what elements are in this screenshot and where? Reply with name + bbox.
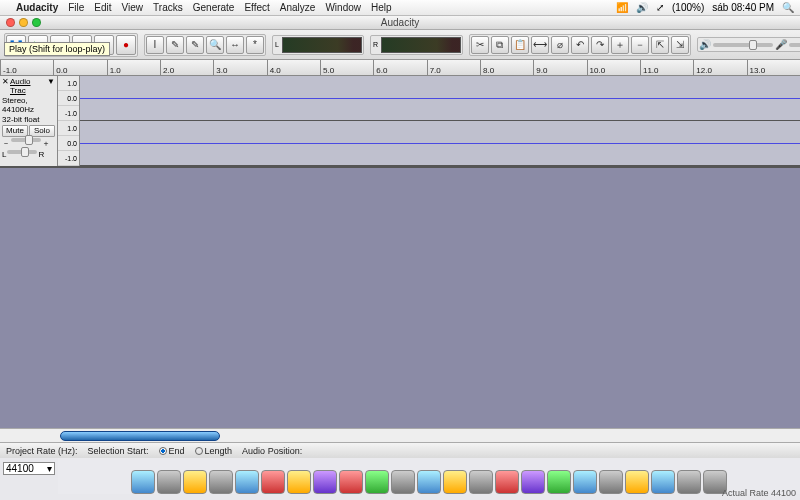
audio-position-label: Audio Position: bbox=[242, 446, 302, 456]
dock-app-icon[interactable] bbox=[521, 470, 545, 494]
mac-menubar: Audacity File Edit View Tracks Generate … bbox=[0, 0, 800, 16]
fit-selection-button[interactable]: ⇱ bbox=[651, 36, 669, 54]
dock-app-icon[interactable] bbox=[313, 470, 337, 494]
empty-tracks-area[interactable] bbox=[0, 168, 800, 428]
menu-generate[interactable]: Generate bbox=[193, 2, 235, 13]
copy-button[interactable]: ⧉ bbox=[491, 36, 509, 54]
length-radio[interactable]: Length bbox=[195, 446, 233, 456]
output-volume-slider[interactable] bbox=[713, 43, 773, 47]
silence-button[interactable]: ⌀ bbox=[551, 36, 569, 54]
gain-slider[interactable] bbox=[11, 138, 41, 142]
dock-app-icon[interactable] bbox=[677, 470, 701, 494]
mute-button[interactable]: Mute bbox=[2, 125, 28, 137]
waveform-right-channel[interactable] bbox=[80, 121, 800, 166]
selection-tool[interactable]: I bbox=[146, 36, 164, 54]
zoom-tool[interactable]: 🔍 bbox=[206, 36, 224, 54]
dock-app-icon[interactable] bbox=[235, 470, 259, 494]
dock-app-icon[interactable] bbox=[391, 470, 415, 494]
cut-button[interactable]: ✂ bbox=[471, 36, 489, 54]
dock-app-icon[interactable] bbox=[287, 470, 311, 494]
menu-file[interactable]: File bbox=[68, 2, 84, 13]
close-icon[interactable] bbox=[6, 18, 15, 27]
menu-tracks[interactable]: Tracks bbox=[153, 2, 183, 13]
dock-app-icon[interactable] bbox=[261, 470, 285, 494]
zoom-window-icon[interactable] bbox=[32, 18, 41, 27]
waveform-left-channel[interactable] bbox=[80, 76, 800, 121]
multi-tool[interactable]: * bbox=[246, 36, 264, 54]
draw-tool[interactable]: ✎ bbox=[186, 36, 204, 54]
dock-app-icon[interactable] bbox=[157, 470, 181, 494]
playback-meter-display[interactable] bbox=[282, 37, 362, 53]
db-tick: -1.0 bbox=[58, 106, 79, 121]
dock-app-icon[interactable] bbox=[339, 470, 363, 494]
app-menu[interactable]: Audacity bbox=[16, 2, 58, 13]
selection-bar: Project Rate (Hz): Selection Start: End … bbox=[0, 442, 800, 458]
trim-button[interactable]: ⟷ bbox=[531, 36, 549, 54]
horizontal-scrollbar[interactable] bbox=[0, 428, 800, 442]
input-volume-slider[interactable] bbox=[789, 43, 800, 47]
dock-finder-icon[interactable] bbox=[131, 470, 155, 494]
menu-edit[interactable]: Edit bbox=[94, 2, 111, 13]
record-meter-display[interactable] bbox=[381, 37, 461, 53]
dock-app-icon[interactable] bbox=[469, 470, 493, 494]
redo-button[interactable]: ↷ bbox=[591, 36, 609, 54]
record-meter: R bbox=[370, 35, 463, 55]
menu-analyze[interactable]: Analyze bbox=[280, 2, 316, 13]
dock-app-icon[interactable] bbox=[365, 470, 389, 494]
track-name[interactable]: Audio Trac bbox=[10, 77, 46, 95]
track-format: Stereo, 44100Hz bbox=[2, 96, 55, 114]
vertical-scale[interactable]: 1.0 0.0 -1.0 1.0 0.0 -1.0 bbox=[58, 76, 80, 166]
mixer-toolbar: 🔊 🎤 bbox=[697, 37, 800, 52]
project-rate-select[interactable]: 44100▾ bbox=[3, 462, 55, 475]
zoom-out-button[interactable]: － bbox=[631, 36, 649, 54]
envelope-tool[interactable]: ✎ bbox=[166, 36, 184, 54]
track-close-icon[interactable]: ✕ bbox=[2, 77, 9, 95]
project-rate-box: 44100▾ bbox=[0, 461, 58, 491]
mac-dock bbox=[58, 458, 800, 494]
edit-toolbar: ✂ ⧉ 📋 ⟷ ⌀ ↶ ↷ ＋ － ⇱ ⇲ bbox=[469, 34, 691, 56]
expand-icon[interactable]: ⤢ bbox=[656, 2, 664, 13]
bottom-row: 44100▾ bbox=[0, 458, 800, 494]
dock-app-icon[interactable] bbox=[417, 470, 441, 494]
fit-project-button[interactable]: ⇲ bbox=[671, 36, 689, 54]
track-control-panel[interactable]: ✕Audio Trac▼ Stereo, 44100Hz 32-bit floa… bbox=[0, 76, 58, 166]
ruler-tick: 6.0 bbox=[373, 60, 426, 75]
meter-right-label: R bbox=[372, 41, 379, 48]
waveform-display[interactable] bbox=[80, 76, 800, 166]
wifi-icon[interactable]: 📶 bbox=[616, 2, 628, 13]
menu-effect[interactable]: Effect bbox=[244, 2, 269, 13]
undo-button[interactable]: ↶ bbox=[571, 36, 589, 54]
record-button[interactable]: ● bbox=[116, 35, 136, 55]
solo-button[interactable]: Solo bbox=[29, 125, 55, 137]
dock-app-icon[interactable] bbox=[625, 470, 649, 494]
db-tick: 1.0 bbox=[58, 121, 79, 136]
menu-help[interactable]: Help bbox=[371, 2, 392, 13]
dock-app-icon[interactable] bbox=[651, 470, 675, 494]
minimize-icon[interactable] bbox=[19, 18, 28, 27]
volume-icon[interactable]: 🔊 bbox=[636, 2, 648, 13]
menu-window[interactable]: Window bbox=[325, 2, 361, 13]
menubar-clock: sáb 08:40 PM bbox=[712, 2, 774, 13]
playback-meter: L bbox=[272, 35, 364, 55]
spotlight-icon[interactable]: 🔍 bbox=[782, 2, 794, 13]
ruler-tick: 2.0 bbox=[160, 60, 213, 75]
dock-app-icon[interactable] bbox=[183, 470, 207, 494]
end-radio[interactable]: End bbox=[159, 446, 185, 456]
dock-app-icon[interactable] bbox=[209, 470, 233, 494]
timeshift-tool[interactable]: ↔ bbox=[226, 36, 244, 54]
zoom-in-button[interactable]: ＋ bbox=[611, 36, 629, 54]
battery-status: (100%) bbox=[672, 2, 704, 13]
dock-app-icon[interactable] bbox=[547, 470, 571, 494]
dock-app-icon[interactable] bbox=[495, 470, 519, 494]
menu-view[interactable]: View bbox=[122, 2, 144, 13]
track-menu-icon[interactable]: ▼ bbox=[47, 77, 55, 95]
ruler-tick: 12.0 bbox=[693, 60, 746, 75]
paste-button[interactable]: 📋 bbox=[511, 36, 529, 54]
dock-app-icon[interactable] bbox=[443, 470, 467, 494]
window-title: Audacity bbox=[381, 17, 419, 28]
pan-slider[interactable] bbox=[7, 150, 37, 154]
dock-app-icon[interactable] bbox=[599, 470, 623, 494]
timeline-ruler[interactable]: -1.0 0.0 1.0 2.0 3.0 4.0 5.0 6.0 7.0 8.0… bbox=[0, 60, 800, 76]
dock-app-icon[interactable] bbox=[573, 470, 597, 494]
scrollbar-thumb[interactable] bbox=[60, 431, 220, 441]
